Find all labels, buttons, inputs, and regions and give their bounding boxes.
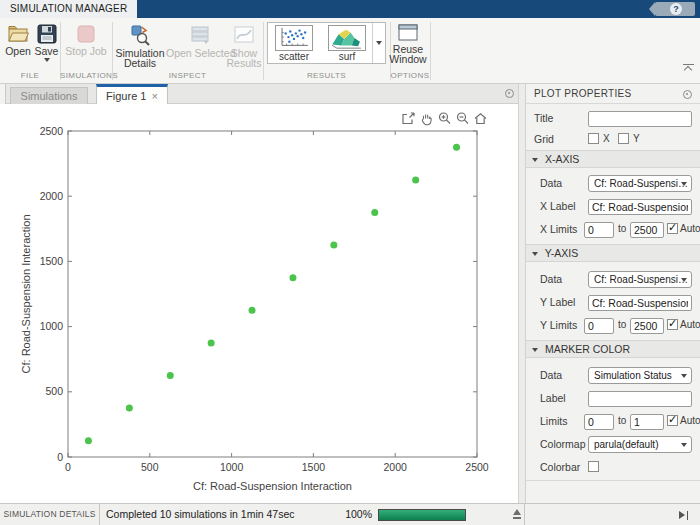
tab-figure-1-label: Figure 1 [106,90,146,102]
progress-percent-label: 100% [300,504,372,525]
y-limits-label: Y Limits [540,319,577,331]
y-limit-min-input[interactable] [584,318,614,334]
svg-text:2500: 2500 [465,461,489,473]
x-limit-max-input[interactable] [630,222,664,238]
zoom-in-icon [437,111,452,126]
colorbar-checkbox[interactable]: ✓ [588,461,599,472]
colormap-label: Colormap [540,438,586,450]
x-axis-header-label: X-AXIS [545,153,579,165]
grid-x-checkbox[interactable]: ✓ [588,133,599,144]
colormap-dropdown[interactable]: parula(default) [588,436,692,453]
y-data-dropdown[interactable]: Cf: Road-Suspensi… [588,271,692,288]
y-label-input[interactable] [588,295,692,311]
surf-gallery-item[interactable]: surf [321,23,373,63]
zoom-out-icon [455,111,470,126]
tab-simulations[interactable]: Simulations [10,87,88,104]
scatter-gallery-item[interactable]: scatter [268,23,320,63]
show-results-icon [233,24,255,46]
svg-text:0: 0 [65,461,71,473]
left-panel-splitter[interactable] [0,84,6,104]
panel-splitter[interactable] [518,84,526,503]
progress-fill [379,510,465,520]
figure-canvas: 0500100015002000250005001000150020002500… [0,104,518,503]
marker-limit-max-input[interactable] [630,414,664,430]
simulation-details-label: Simulation Details [109,48,171,68]
window-icon [398,24,418,42]
x-limit-min-input[interactable] [584,222,614,238]
collapse-toolstrip-icon[interactable] [683,64,694,74]
status-message: Completed 10 simulations in 1min 47sec [106,504,295,525]
pan-icon [419,111,434,126]
plot-title-input[interactable] [588,111,692,127]
section-x-axis[interactable]: X-AXIS [526,150,700,168]
svg-text:Cf: Road-Suspension Interactio: Cf: Road-Suspension Interaction [193,480,352,492]
marker-color-header-label: MARKER COLOR [545,343,630,355]
save-button[interactable]: Save [33,18,60,62]
reuse-window-button[interactable]: Reuse Window [386,18,430,64]
status-bar-divider [524,504,525,525]
svg-text:1000: 1000 [40,320,64,332]
svg-text:1000: 1000 [220,461,244,473]
eject-icon[interactable] [512,509,522,520]
marker-label-input[interactable] [588,391,692,407]
stop-job-icon [76,24,96,44]
x-limits-auto-checkbox[interactable]: ✓ [667,223,678,234]
gallery-caret-down-icon [376,41,382,45]
y-limit-max-input[interactable] [630,318,664,334]
open-button[interactable]: Open [4,18,32,56]
results-gallery-dropdown[interactable] [372,23,385,63]
group-label-options: OPTIONS [390,70,430,82]
marker-limit-min-input[interactable] [584,414,614,430]
save-icon [37,24,57,44]
marker-limits-auto-label: Auto [680,415,700,426]
plot-properties-header: PLOT PROPERTIES [526,84,700,104]
section-y-axis[interactable]: Y-AXIS [526,244,700,262]
y-limits-to-label: to [618,319,626,330]
marker-limits-auto-checkbox[interactable]: ✓ [667,415,678,426]
x-data-dropdown[interactable]: Cf: Road-Suspensi… [588,175,692,192]
grid-y-checkbox[interactable]: ✓ [618,133,629,144]
axes-toolbar [400,110,488,126]
document-tab-bar: Simulations Figure 1× [0,84,518,104]
x-limits-auto-label: Auto [680,223,700,234]
open-label: Open [4,46,32,56]
export-icon [401,111,416,126]
zoom-out-button[interactable] [454,110,470,126]
toolstrip-tab-simulation-manager[interactable]: SIMULATION MANAGER [0,0,137,18]
tab-bar-menu-icon[interactable] [505,89,514,98]
marker-data-label: Data [540,369,562,381]
y-label-label: Y Label [540,296,575,308]
home-button[interactable] [472,110,488,126]
progress-bar [378,509,466,521]
svg-text:1500: 1500 [302,461,326,473]
y-limits-auto-checkbox[interactable]: ✓ [667,319,678,330]
help-button[interactable]: ? [655,2,695,16]
x-label-input[interactable] [588,199,692,215]
simulation-manager-window: SIMULATION MANAGER ? Open Save [0,0,700,525]
save-dropdown-caret-icon[interactable] [44,58,50,62]
marker-label-label: Label [540,392,566,404]
tab-figure-1[interactable]: Figure 1× [96,84,168,105]
simulation-details-status-button[interactable]: SIMULATION DETAILS [0,504,100,525]
expand-right-icon[interactable] [679,511,690,520]
tab-close-icon[interactable]: × [151,90,157,102]
marker-limits-to-label: to [618,415,626,426]
open-selected-icon [189,24,211,46]
export-button[interactable] [400,110,416,126]
section-marker-color[interactable]: MARKER COLOR [526,340,700,358]
group-label-file: FILE [0,70,60,82]
zoom-in-button[interactable] [436,110,452,126]
marker-data-dropdown[interactable]: Simulation Status [588,367,692,384]
x-label-label: X Label [540,200,576,212]
home-icon [473,111,488,126]
surf-plot-icon [328,25,366,51]
simulation-details-icon [129,24,151,46]
simulation-details-button[interactable]: Simulation Details [109,18,171,68]
surf-gallery-label: surf [321,51,373,62]
group-label-results: RESULTS [263,70,390,82]
panel-menu-icon[interactable] [683,90,692,99]
x-data-label: Data [540,177,562,189]
grid-x-label: X [603,133,610,144]
pan-button[interactable] [418,110,434,126]
section-caret-icon [532,348,538,352]
